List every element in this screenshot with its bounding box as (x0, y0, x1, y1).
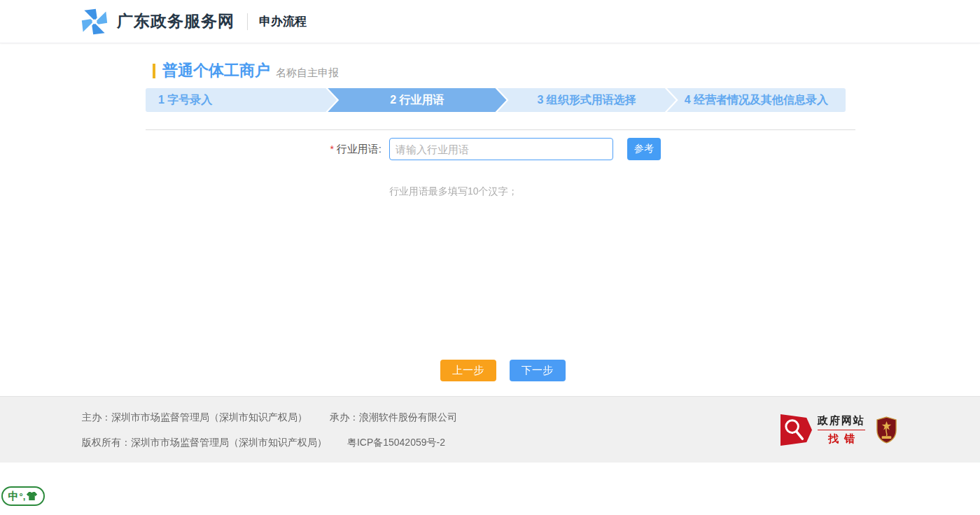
footer-info: 主办：深圳市市场监督管理局（深圳市知识产权局） 承办：浪潮软件股份有限公司 版权… (82, 411, 457, 449)
reference-button[interactable]: 参考 (627, 138, 661, 160)
site-name: 广东政务服务网 (117, 10, 234, 32)
wizard-step-3[interactable]: 3 组织形式用语选择 (498, 88, 676, 112)
header-divider (247, 13, 248, 30)
wizard-actions: 上一步 下一步 (135, 360, 845, 381)
pinwheel-logo-icon (80, 8, 108, 36)
industry-term-form-row: *行业用语: 参考 (135, 138, 845, 160)
ime-punctuation-indicator: °, (20, 491, 26, 502)
page-title: 普通个体工商户 (162, 60, 270, 81)
section-divider (146, 129, 855, 130)
find-error-badge[interactable]: 政府网站 找错 (780, 414, 865, 446)
industry-term-input[interactable] (389, 138, 613, 160)
industry-term-label: *行业用语: (135, 143, 382, 156)
footer-copyright: 版权所有：深圳市市场监督管理局（深圳市知识产权局） (82, 437, 327, 448)
main-content: 普通个体工商户 名称自主申报 1 字号录入 2 行业用语 3 组织形式用语选择 … (135, 60, 845, 381)
page-title-row: 普通个体工商户 名称自主申报 (153, 60, 845, 81)
previous-step-button[interactable]: 上一步 (440, 360, 496, 381)
title-accent-bar (153, 64, 155, 78)
footer-undertaker: 承办：浪潮软件股份有限公司 (330, 411, 457, 423)
section-title: 申办流程 (259, 13, 307, 29)
required-asterisk: * (330, 143, 333, 155)
ime-toolbar[interactable]: 中 °, (1, 486, 45, 506)
find-error-line2: 找错 (818, 432, 865, 446)
find-error-line1: 政府网站 (818, 414, 865, 430)
footer-host: 主办：深圳市市场监督管理局（深圳市知识产权局） (82, 411, 307, 423)
find-error-texts: 政府网站 找错 (818, 414, 865, 446)
industry-term-label-text: 行业用语: (337, 143, 382, 155)
wizard-step-4[interactable]: 4 经营者情况及其他信息录入 (667, 88, 846, 112)
magnifier-flag-icon (780, 414, 812, 446)
step-wizard: 1 字号录入 2 行业用语 3 组织形式用语选择 4 经营者情况及其他信息录入 (146, 88, 846, 112)
ime-mode-indicator: 中 (8, 490, 19, 503)
footer-icp-number: 粤ICP备15042059号-2 (347, 437, 445, 448)
wizard-step-2-active[interactable]: 2 行业用语 (328, 88, 506, 112)
footer-badges: 政府网站 找错 (780, 414, 898, 446)
footer: 主办：深圳市市场监督管理局（深圳市知识产权局） 承办：浪潮软件股份有限公司 版权… (0, 396, 980, 463)
government-emblem-icon[interactable] (875, 416, 898, 444)
industry-term-hint: 行业用语最多填写10个汉字； (389, 185, 845, 198)
tshirt-icon (26, 491, 38, 501)
header: 广东政务服务网 申办流程 (0, 0, 980, 43)
next-step-button[interactable]: 下一步 (510, 360, 566, 381)
page-subtitle: 名称自主申报 (276, 66, 339, 81)
wizard-step-1[interactable]: 1 字号录入 (146, 88, 337, 112)
